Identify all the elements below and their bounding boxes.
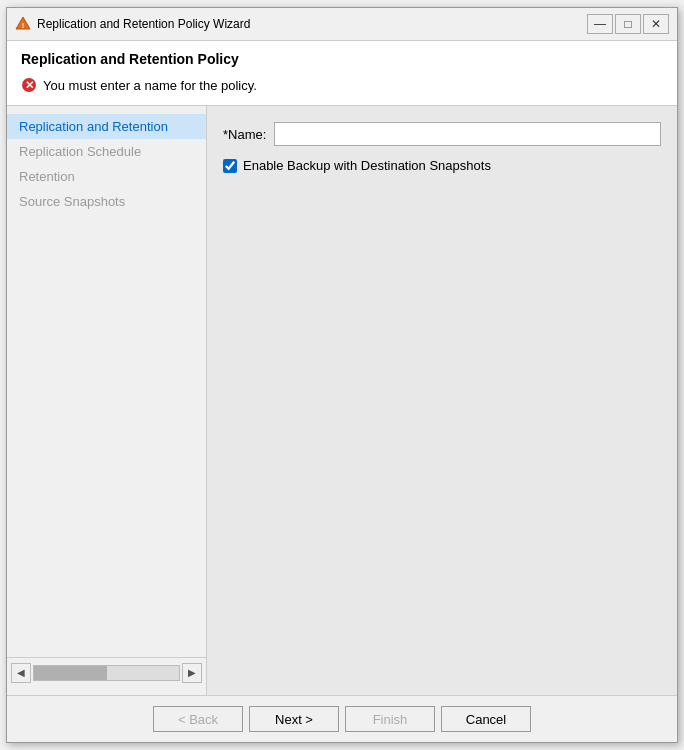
sidebar-scroll-area: Replication and Retention Replication Sc…	[7, 114, 206, 657]
window-controls: — □ ✕	[587, 14, 669, 34]
name-label: *Name:	[223, 127, 266, 142]
sidebar-item-source-snapshots[interactable]: Source Snapshots	[7, 189, 206, 214]
main-content: Replication and Retention Replication Sc…	[7, 106, 677, 695]
minimize-button[interactable]: —	[587, 14, 613, 34]
error-banner: ✕ You must enter a name for the policy.	[21, 73, 663, 97]
enable-backup-row: Enable Backup with Destination Snapshots	[223, 158, 661, 173]
maximize-button[interactable]: □	[615, 14, 641, 34]
sidebar-item-replication-retention[interactable]: Replication and Retention	[7, 114, 206, 139]
scroll-track[interactable]	[33, 665, 180, 681]
content-area: *Name: Enable Backup with Destination Sn…	[207, 106, 677, 695]
app-icon: !	[15, 16, 31, 32]
close-button[interactable]: ✕	[643, 14, 669, 34]
wizard-window: ! Replication and Retention Policy Wizar…	[6, 7, 678, 743]
svg-text:!: !	[22, 21, 25, 30]
sidebar: Replication and Retention Replication Sc…	[7, 106, 207, 695]
cancel-button[interactable]: Cancel	[441, 706, 531, 732]
next-button[interactable]: Next >	[249, 706, 339, 732]
sidebar-item-retention[interactable]: Retention	[7, 164, 206, 189]
sidebar-scrollbar: ◀ ▶	[7, 657, 206, 687]
enable-backup-label[interactable]: Enable Backup with Destination Snapshots	[243, 158, 491, 173]
page-header: Replication and Retention Policy ✕ You m…	[7, 41, 677, 106]
title-bar: ! Replication and Retention Policy Wizar…	[7, 8, 677, 41]
back-button[interactable]: < Back	[153, 706, 243, 732]
error-icon: ✕	[21, 77, 37, 93]
svg-text:✕: ✕	[25, 79, 34, 91]
name-row: *Name:	[223, 122, 661, 146]
scroll-thumb	[34, 666, 107, 680]
error-message: You must enter a name for the policy.	[43, 78, 257, 93]
scroll-left-arrow[interactable]: ◀	[11, 663, 31, 683]
page-title: Replication and Retention Policy	[21, 51, 663, 67]
footer: < Back Next > Finish Cancel	[7, 695, 677, 742]
sidebar-item-replication-schedule[interactable]: Replication Schedule	[7, 139, 206, 164]
name-input[interactable]	[274, 122, 661, 146]
scroll-right-arrow[interactable]: ▶	[182, 663, 202, 683]
window-title: Replication and Retention Policy Wizard	[37, 17, 587, 31]
finish-button[interactable]: Finish	[345, 706, 435, 732]
enable-backup-checkbox[interactable]	[223, 159, 237, 173]
